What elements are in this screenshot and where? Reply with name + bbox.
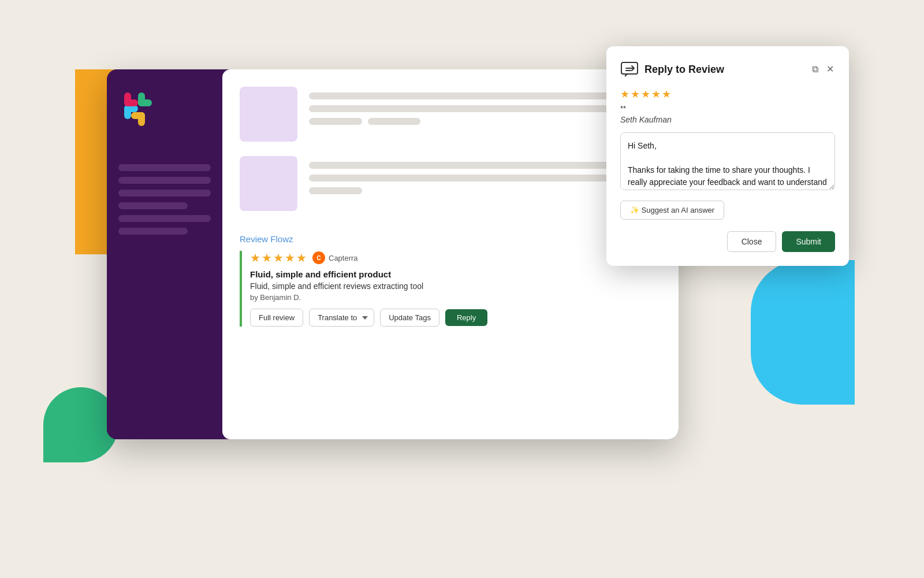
review-section: Review Flowz ★ ★ ★ ★ ★ C Capterra Flu: [240, 225, 661, 327]
close-icon-button[interactable]: ✕: [825, 64, 835, 75]
reply-icon: [620, 60, 639, 79]
review-flowz-label: Review Flowz: [240, 234, 661, 244]
review-body: Fluid, simple and efficient reviews extr…: [250, 281, 661, 291]
placeholder-section-1: [240, 87, 661, 142]
reply-to-review-modal: Reply to Review ⧉ ✕ ★ ★ ★ ★ ★ ** Seth Ka…: [606, 46, 849, 266]
modal-close-button[interactable]: Close: [727, 231, 777, 252]
placeholder-image-1: [240, 87, 297, 142]
modal-dots: **: [620, 104, 835, 113]
modal-title: Reply to Review: [644, 64, 724, 76]
bg-shape-cyan: [751, 260, 855, 405]
modal-header-left: Reply to Review: [620, 60, 724, 79]
star-3: ★: [273, 251, 284, 265]
review-card: ★ ★ ★ ★ ★ C Capterra Fluid, simple and e…: [240, 251, 661, 327]
ph-line: [309, 175, 609, 181]
update-tags-button[interactable]: Update Tags: [380, 309, 439, 327]
app-window: Review Flowz ★ ★ ★ ★ ★ C Capterra Flu: [107, 69, 679, 439]
star-1: ★: [250, 251, 260, 265]
copy-icon-button[interactable]: ⧉: [811, 64, 819, 75]
modal-reviewer: Seth Kaufman: [620, 115, 835, 124]
modal-star-1: ★: [620, 88, 629, 101]
slack-logo-icon: [118, 87, 165, 133]
full-review-button[interactable]: Full review: [250, 309, 303, 327]
sidebar-item-5[interactable]: [118, 215, 211, 222]
placeholder-section-2: [240, 156, 661, 211]
modal-stars: ★ ★ ★ ★ ★: [620, 88, 835, 101]
modal-star-3: ★: [641, 88, 650, 101]
review-title: Fluid, simple and efficient product: [250, 269, 661, 279]
ph-line: [309, 187, 362, 194]
modal-star-4: ★: [651, 88, 661, 101]
translate-select[interactable]: Translate to: [309, 309, 374, 327]
sidebar-nav: [118, 164, 211, 235]
review-stars: ★ ★ ★ ★ ★: [250, 251, 307, 265]
modal-header: Reply to Review ⧉ ✕: [620, 60, 835, 79]
sidebar-item-1[interactable]: [118, 164, 211, 171]
reply-textarea[interactable]: [620, 132, 835, 190]
svg-rect-7: [124, 99, 138, 106]
ph-line: [368, 118, 421, 125]
ai-suggest-button[interactable]: ✨ Suggest an AI answer: [620, 201, 724, 220]
ph-line: [309, 105, 609, 112]
sidebar: [107, 69, 222, 439]
star-5: ★: [296, 251, 307, 265]
sidebar-item-2[interactable]: [118, 177, 211, 184]
sidebar-item-3[interactable]: [118, 190, 211, 197]
modal-header-actions: ⧉ ✕: [811, 64, 835, 75]
reply-button[interactable]: Reply: [445, 309, 487, 326]
placeholder-image-2: [240, 156, 297, 211]
modal-star-2: ★: [631, 88, 640, 101]
modal-submit-button[interactable]: Submit: [782, 231, 835, 252]
capterra-badge: C Capterra: [312, 251, 358, 264]
modal-star-5: ★: [662, 88, 671, 101]
review-header: ★ ★ ★ ★ ★ C Capterra: [250, 251, 661, 265]
review-author: by Benjamin D.: [250, 293, 661, 302]
review-actions: Full review Translate to Update Tags Rep…: [250, 309, 661, 327]
star-4: ★: [285, 251, 295, 265]
modal-footer: Close Submit: [620, 231, 835, 252]
svg-rect-3: [138, 99, 152, 106]
capterra-icon: C: [312, 251, 325, 264]
capterra-label: Capterra: [329, 254, 358, 262]
ph-line: [309, 118, 362, 125]
sidebar-item-6[interactable]: [118, 228, 188, 235]
star-2: ★: [262, 251, 272, 265]
svg-rect-5: [131, 112, 145, 119]
sidebar-item-4[interactable]: [118, 202, 188, 209]
